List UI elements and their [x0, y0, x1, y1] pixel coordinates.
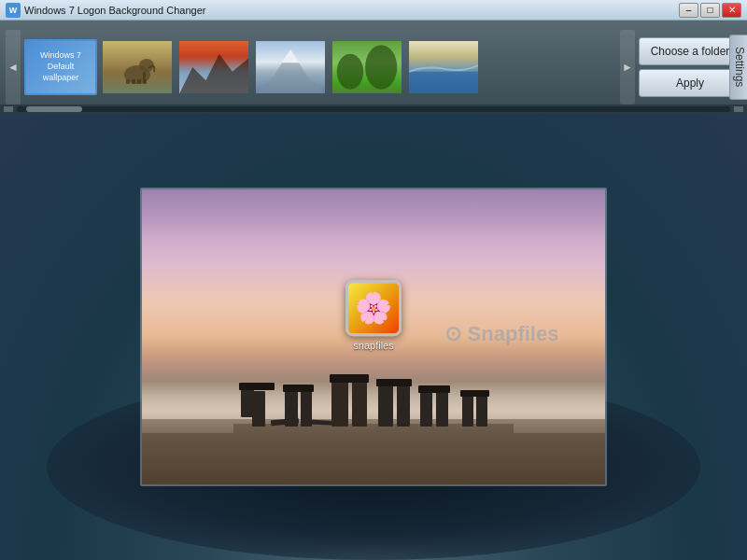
- stonehenge-svg-element: [233, 349, 514, 433]
- svg-marker-7: [179, 54, 248, 94]
- maximize-button[interactable]: □: [700, 3, 720, 18]
- svg-rect-22: [330, 374, 369, 383]
- green-field-silhouette: [332, 39, 402, 95]
- svg-rect-30: [476, 393, 487, 427]
- svg-rect-6: [143, 79, 147, 84]
- svg-rect-12: [409, 72, 478, 94]
- svg-rect-16: [239, 383, 275, 390]
- action-buttons-panel: Choose a folder Apply: [639, 26, 741, 108]
- flower-icon: 🌸: [355, 290, 392, 326]
- preview-frame: 🌸 snapfiles ⊙ Snapfiles: [140, 188, 607, 486]
- svg-rect-19: [283, 385, 314, 392]
- svg-rect-20: [331, 377, 348, 427]
- minimize-button[interactable]: –: [679, 3, 698, 18]
- settings-tab[interactable]: Settings: [729, 35, 747, 100]
- svg-point-10: [337, 54, 363, 90]
- thumbnail-green-field[interactable]: [331, 39, 403, 95]
- elephant-silhouette: [119, 51, 156, 84]
- scroll-left-button[interactable]: ◄: [6, 30, 21, 105]
- close-button[interactable]: ✕: [722, 3, 741, 18]
- svg-rect-24: [397, 385, 410, 427]
- svg-rect-14: [252, 391, 265, 427]
- app-icon: W: [6, 3, 21, 18]
- svg-rect-28: [418, 385, 450, 393]
- thumbnail-sunset-mountain[interactable]: [177, 39, 250, 95]
- svg-rect-31: [460, 390, 489, 397]
- snow-mtn-silhouette: [256, 39, 325, 95]
- svg-marker-9: [282, 49, 300, 63]
- username-label: snapfiles: [353, 340, 393, 351]
- stonehenge-silhouette: [142, 349, 605, 433]
- scroll-right-button[interactable]: ►: [620, 30, 635, 105]
- toolbar: ◄ Windows 7 Default wallpaper: [0, 21, 747, 114]
- default-thumb-label: Windows 7 Default wallpaper: [38, 49, 83, 85]
- preview-background: 🌸 snapfiles ⊙ Snapfiles: [142, 189, 605, 484]
- apply-button[interactable]: Apply: [639, 69, 741, 97]
- svg-rect-4: [132, 79, 135, 84]
- login-icon-group: 🌸 snapfiles: [345, 280, 402, 351]
- sunset-mtn-silhouette: [179, 39, 248, 95]
- user-icon-box: 🌸: [345, 280, 402, 336]
- svg-rect-26: [420, 388, 432, 427]
- thumbnail-ocean-coast[interactable]: [407, 39, 480, 95]
- svg-rect-25: [376, 379, 412, 386]
- main-window: ◄ Windows 7 Default wallpaper: [0, 21, 747, 560]
- thumbnail-snow-mountain[interactable]: [254, 39, 327, 95]
- window-controls: – □ ✕: [679, 3, 741, 18]
- toolbar-scrollbar[interactable]: [0, 105, 747, 114]
- svg-point-11: [365, 45, 397, 89]
- thumbnail-default[interactable]: Windows 7 Default wallpaper: [24, 39, 97, 95]
- window-title: Windows 7 Logon Background Changer: [24, 5, 679, 16]
- svg-rect-5: [137, 79, 141, 84]
- svg-rect-23: [378, 382, 393, 427]
- choose-folder-button[interactable]: Choose a folder: [639, 37, 741, 65]
- ocean-silhouette: [409, 39, 478, 95]
- app-icon-letter: W: [9, 6, 18, 15]
- svg-rect-21: [352, 375, 367, 427]
- svg-rect-27: [436, 391, 448, 427]
- titlebar: W Windows 7 Logon Background Changer – □…: [0, 0, 747, 21]
- watermark: ⊙ Snapfiles: [444, 322, 558, 346]
- svg-rect-29: [462, 396, 473, 427]
- content-area: 🌸 snapfiles ⊙ Snapfiles: [0, 114, 747, 560]
- svg-rect-3: [126, 79, 130, 84]
- thumbnail-strip: Windows 7 Default wallpaper: [24, 39, 616, 95]
- thumbnail-elephant[interactable]: [101, 39, 174, 95]
